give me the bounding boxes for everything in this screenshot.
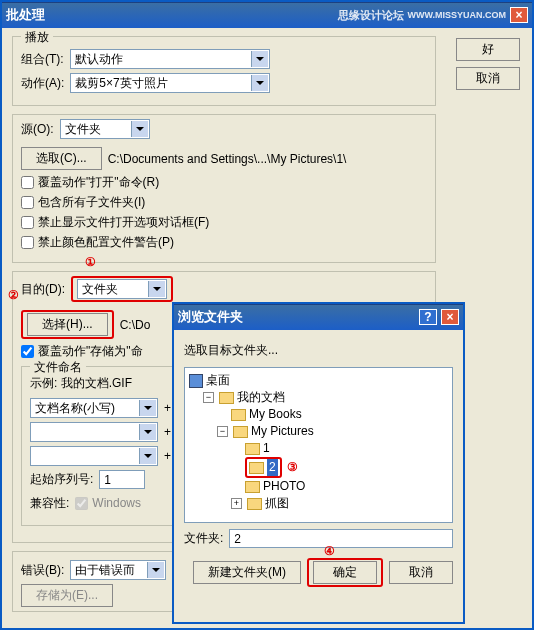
compat-windows-check: Windows [75, 496, 141, 510]
annotation-2: ② [8, 288, 19, 302]
watermark-url: WWW.MISSYUAN.COM [408, 10, 507, 20]
annotation-1: ① [85, 255, 96, 269]
folder-icon [247, 498, 262, 510]
collapse-icon[interactable]: − [203, 392, 214, 403]
folder-input[interactable] [229, 529, 453, 548]
play-group: 播放 组合(T): 默认动作 动作(A): 裁剪5×7英寸照片 [12, 36, 436, 106]
folder-icon [231, 409, 246, 421]
error-select[interactable]: 由于错误而 [70, 560, 166, 580]
compat-label: 兼容性: [30, 495, 69, 512]
dest-select[interactable]: 文件夹 [77, 279, 167, 299]
action-select[interactable]: 裁剪5×7英寸照片 [70, 73, 270, 93]
cancel-button[interactable]: 取消 [456, 67, 520, 90]
plus-label: + [164, 401, 171, 415]
start-seq-input[interactable] [99, 470, 145, 489]
source-choose-button[interactable]: 选取(C)... [21, 147, 102, 170]
source-path: C:\Documents and Settings\...\My Picture… [108, 152, 347, 166]
override-open-check[interactable]: 覆盖动作"打开"命令(R) [21, 174, 427, 191]
filename-part-select[interactable]: 文档名称(小写) [30, 398, 158, 418]
watermark: 思缘设计论坛 [338, 8, 404, 23]
browse-prompt: 选取目标文件夹... [184, 342, 453, 359]
dest-choose-button[interactable]: 选择(H)... [27, 313, 108, 336]
expand-icon[interactable]: + [231, 498, 242, 509]
play-legend: 播放 [21, 29, 53, 46]
include-subfolders-check[interactable]: 包含所有子文件夹(I) [21, 194, 427, 211]
folder-icon [219, 392, 234, 404]
main-title: 批处理 [6, 6, 338, 24]
browse-titlebar: 浏览文件夹 ? × [174, 304, 463, 330]
browse-title: 浏览文件夹 [178, 308, 419, 326]
browse-close-icon[interactable]: × [441, 309, 459, 325]
start-seq-label: 起始序列号: [30, 471, 93, 488]
naming-legend: 文件命名 [30, 359, 86, 376]
filename-part-select-3[interactable] [30, 446, 158, 466]
suppress-open-dialog-check[interactable]: 禁止显示文件打开选项对话框(F) [21, 214, 427, 231]
folder-icon [233, 426, 248, 438]
error-label: 错误(B): [21, 562, 64, 579]
folder-open-icon [249, 462, 264, 474]
collapse-icon[interactable]: − [217, 426, 228, 437]
help-icon[interactable]: ? [419, 309, 437, 325]
error-saveas-button: 存储为(E)... [21, 584, 113, 607]
filename-part-select-2[interactable] [30, 422, 158, 442]
suppress-color-warning-check[interactable]: 禁止颜色配置文件警告(P) [21, 234, 427, 251]
set-label: 组合(T): [21, 51, 64, 68]
source-select[interactable]: 文件夹 [60, 119, 150, 139]
close-icon[interactable]: × [510, 7, 528, 23]
source-label: 源(O): [21, 121, 54, 138]
annotation-4: ④ [324, 544, 335, 558]
folder-icon [245, 443, 260, 455]
main-titlebar: 批处理 思缘设计论坛 WWW.MISSYUAN.COM × [2, 2, 532, 28]
dest-label: 目的(D): [21, 281, 65, 298]
desktop-icon [189, 374, 203, 388]
tree-selected[interactable]: 2 [267, 459, 278, 476]
browse-ok-button[interactable]: 确定 [313, 561, 377, 584]
new-folder-button[interactable]: 新建文件夹(M) [193, 561, 301, 584]
folder-icon [245, 481, 260, 493]
folder-tree[interactable]: 桌面 −我的文档 My Books −My Pictures 1 2 ③ PHO… [184, 367, 453, 523]
browse-cancel-button[interactable]: 取消 [389, 561, 453, 584]
action-label: 动作(A): [21, 75, 64, 92]
set-select[interactable]: 默认动作 [70, 49, 270, 69]
annotation-3: ③ [287, 459, 298, 476]
source-group: 源(O): 文件夹 选取(C)... C:\Documents and Sett… [12, 114, 436, 263]
dest-path: C:\Do [120, 318, 151, 332]
folder-label: 文件夹: [184, 530, 223, 547]
ok-button[interactable]: 好 [456, 38, 520, 61]
